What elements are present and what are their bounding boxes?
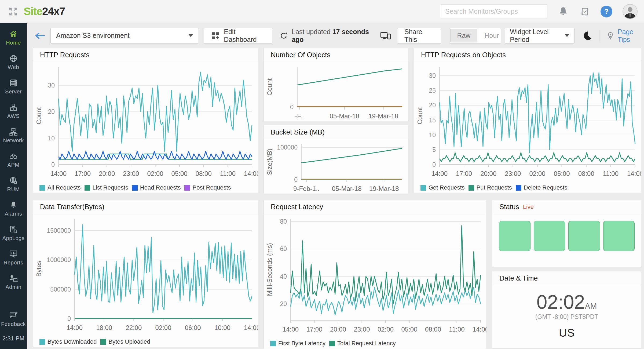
panel-data-transfer: Data Transfer(Bytes) 0500000100000015000… xyxy=(33,200,258,347)
rum-icon xyxy=(9,176,18,185)
legend-item-delete-requests[interactable]: Delete Requests xyxy=(516,184,568,191)
y-tick-label: 0 xyxy=(290,104,294,111)
edit-dashboard-button[interactable]: Edit Dashboard xyxy=(204,28,272,43)
status-tile[interactable] xyxy=(534,221,565,251)
http_requests_objects-plot: 05101520253014:0017:0020:0023:0002:0005:… xyxy=(414,62,641,180)
site24x7-logo[interactable]: Site24x7 xyxy=(24,5,65,17)
alarms-icon xyxy=(9,201,18,210)
sidebar-item-server[interactable]: Server xyxy=(0,74,27,99)
panel-title: Bucket Size (MB) xyxy=(264,125,408,139)
status-tile[interactable] xyxy=(568,221,600,251)
page-tips-button[interactable]: Page Tips xyxy=(606,28,644,43)
search-input[interactable] xyxy=(440,4,547,19)
reports-icon xyxy=(9,249,18,259)
y-tick-label: 60 xyxy=(280,245,287,252)
sidebar-item-apm[interactable]: APM xyxy=(0,148,27,172)
y-tick-label: 0 xyxy=(51,161,55,168)
y-tick-label: 5 xyxy=(432,146,436,153)
y-tick-label: 20 xyxy=(429,102,436,109)
sidebar-item-admin[interactable]: Admin xyxy=(0,270,27,294)
devices-icon[interactable] xyxy=(380,31,391,41)
web-icon xyxy=(9,54,18,63)
sidebar-item-aws[interactable]: AWS xyxy=(0,99,27,123)
sidebar-item-alarms[interactable]: Alarms xyxy=(0,197,27,221)
series-bytes-downloaded xyxy=(75,225,252,313)
expand-icon[interactable] xyxy=(8,6,19,17)
x-tick-label: 22:00 xyxy=(126,324,142,331)
grid-plus-icon xyxy=(211,31,220,40)
x-tick-label: 14:00 xyxy=(244,170,258,177)
legend-item-all-requests[interactable]: All Requests xyxy=(39,184,81,191)
y-tick-label: 30 xyxy=(429,72,436,79)
dark-mode-moon-icon[interactable] xyxy=(582,30,593,41)
y-axis-label: Count xyxy=(35,107,42,124)
sidebar-item-web[interactable]: Web xyxy=(0,50,27,74)
panel-date-time: Date & Time 02:02AM (GMT -8:00) PST8PDT … xyxy=(492,271,641,348)
sidebar-item-reports[interactable]: Reports xyxy=(0,245,27,270)
sidebar-item-label: Admin xyxy=(5,284,21,290)
panel-http-requests: HTTP Requests 010203014:0017:0020:0023:0… xyxy=(33,48,258,193)
share-this-button[interactable]: Share This xyxy=(397,28,441,43)
toggle-raw[interactable]: Raw xyxy=(450,29,477,42)
x-tick-label: 05-Mar-18 xyxy=(332,185,362,192)
panel-title: Data Transfer(Bytes) xyxy=(33,200,258,214)
request-latency-legend: First Byte LatencyTotal Request Latency xyxy=(264,337,486,349)
legend-swatch xyxy=(184,185,190,191)
panel-request-latency: Request Latency 2040608014:0017:0020:002… xyxy=(264,200,487,349)
x-tick-label: 11:00 xyxy=(220,170,236,177)
apm-icon xyxy=(9,152,18,161)
legend-item-head-requests[interactable]: Head Requests xyxy=(132,184,181,191)
sidebar-item-applogs[interactable]: AppLogs xyxy=(0,221,27,245)
legend-item-first-byte-latency[interactable]: First Byte Latency xyxy=(270,340,325,347)
sidebar-item-label: Alarms xyxy=(5,211,22,217)
x-tick-label: 20:00 xyxy=(99,170,115,177)
y-tick-label: 80 xyxy=(280,218,287,225)
legend-item-total-request-latency[interactable]: Total Request Latency xyxy=(329,340,396,347)
widget-level-period-select[interactable]: Widget Level Period xyxy=(505,28,575,43)
dashboard-toolbar: Amazon S3 environment Edit Dashboard Las… xyxy=(27,23,644,48)
back-arrow-icon[interactable] xyxy=(34,31,46,41)
legend-item-get-requests[interactable]: Get Requests xyxy=(420,184,465,191)
series-head-requests xyxy=(58,151,252,159)
toolbar-divider xyxy=(599,30,599,41)
x-tick-label: 08:00 xyxy=(425,326,441,333)
sidebar-item-home[interactable]: Home xyxy=(0,26,27,50)
x-tick-label: 18:00 xyxy=(96,324,112,331)
legend-swatch xyxy=(329,341,335,346)
x-tick-label: 23:00 xyxy=(123,170,139,177)
y-axis-label: Count xyxy=(416,107,423,124)
logo-site: Site xyxy=(24,5,42,17)
clock-date: 23 Mar 2018 xyxy=(543,346,591,348)
bucket_size-plot: 01000009-Feb-1..05-Mar-1819-Mar-18Size(M… xyxy=(264,139,408,194)
series-total-request-latency xyxy=(291,226,481,304)
sidebar-item-rum[interactable]: RUM xyxy=(0,172,27,197)
toggle-hour[interactable]: Hour xyxy=(478,28,501,43)
http-requests-on-objects-legend: Get RequestsPut RequestsDelete Requests xyxy=(414,181,641,193)
sidebar-item-feedback[interactable]: Feedback xyxy=(0,307,27,331)
legend-item-bytes-uploaded[interactable]: Bytes Uploaded xyxy=(100,338,150,345)
bell-icon[interactable] xyxy=(558,6,569,17)
status-tile[interactable] xyxy=(603,221,635,251)
legend-item-post-requests[interactable]: Post Requests xyxy=(184,184,231,191)
number_of_objects-plot: 0-F..05-Mar-1819-Mar-18Count xyxy=(264,62,408,121)
avatar[interactable] xyxy=(623,4,638,19)
http-requests-chart: 010203014:0017:0020:0023:0002:0005:0008:… xyxy=(33,62,258,181)
refresh-icon[interactable] xyxy=(279,31,288,40)
y-tick-label: 0 xyxy=(432,161,436,168)
status-tiles xyxy=(492,214,641,267)
sidebar-item-label: AWS xyxy=(7,113,20,119)
legend-item-put-requests[interactable]: Put Requests xyxy=(469,184,512,191)
x-tick-label: 20:00 xyxy=(480,170,496,177)
legend-label: Post Requests xyxy=(192,184,231,191)
dashboard-select[interactable]: Amazon S3 environment xyxy=(50,28,199,43)
legend-label: Put Requests xyxy=(477,184,512,191)
status-tile[interactable] xyxy=(499,221,530,251)
tasks-icon[interactable] xyxy=(579,6,590,17)
help-icon[interactable]: ? xyxy=(601,6,612,17)
x-tick-label: 14:00 xyxy=(283,326,299,333)
sidebar-item-network[interactable]: Network xyxy=(0,123,27,148)
x-tick-label: 02:00 xyxy=(147,170,163,177)
legend-item-bytes-downloaded[interactable]: Bytes Downloaded xyxy=(39,338,97,345)
x-tick-label: 14:00 xyxy=(244,324,258,331)
legend-item-list-requests[interactable]: List Requests xyxy=(85,184,128,191)
